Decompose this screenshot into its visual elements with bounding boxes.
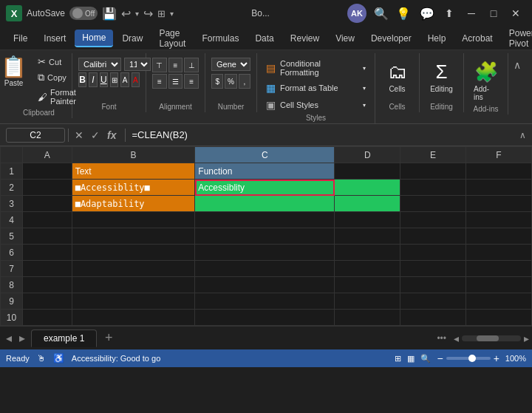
- cell-e10[interactable]: [400, 310, 466, 326]
- close-button[interactable]: ✕: [505, 3, 526, 24]
- cell-a7[interactable]: [23, 261, 72, 277]
- cell-b1[interactable]: Text: [72, 163, 195, 180]
- align-left-button[interactable]: ≡: [152, 74, 167, 89]
- bold-button[interactable]: B: [78, 72, 86, 87]
- col-header-e[interactable]: E: [400, 147, 466, 163]
- cell-f2[interactable]: [466, 180, 532, 196]
- layout-view-icon[interactable]: ▦: [407, 354, 415, 363]
- cell-d1[interactable]: [335, 163, 400, 180]
- cell-b9[interactable]: [72, 293, 195, 310]
- ribbon-collapse-button[interactable]: ∧: [508, 56, 526, 74]
- cell-c9[interactable]: [195, 293, 335, 310]
- paste-button[interactable]: 📋 Paste: [0, 55, 30, 89]
- formula-fx-icon[interactable]: fx: [104, 128, 119, 143]
- cell-c5[interactable]: [195, 228, 335, 245]
- cell-b3[interactable]: ■Adaptability: [72, 196, 195, 212]
- col-header-f[interactable]: F: [466, 147, 532, 163]
- menu-help[interactable]: Help: [420, 30, 454, 47]
- grid-view-icon[interactable]: ⊞: [395, 354, 401, 363]
- comments-icon[interactable]: 💬: [417, 3, 437, 24]
- underline-button[interactable]: U: [100, 72, 108, 87]
- cell-d9[interactable]: [335, 293, 400, 310]
- menu-data[interactable]: Data: [248, 30, 281, 47]
- cell-e1[interactable]: [400, 163, 466, 180]
- col-header-a[interactable]: A: [23, 147, 72, 163]
- menu-insert[interactable]: Insert: [36, 30, 73, 47]
- redo-icon[interactable]: ↪: [143, 7, 153, 21]
- align-center-button[interactable]: ☰: [168, 74, 183, 89]
- menu-draw[interactable]: Draw: [115, 30, 150, 47]
- undo-dropdown-icon[interactable]: ▾: [135, 10, 139, 18]
- format-as-table-button[interactable]: ▦ Format as Table ▾: [263, 81, 369, 95]
- cell-e2[interactable]: [400, 180, 466, 196]
- scroll-right-icon[interactable]: ▸: [524, 332, 529, 344]
- formula-expand-icon[interactable]: ∧: [519, 130, 526, 140]
- cell-f8[interactable]: [466, 277, 532, 293]
- maximize-button[interactable]: □: [483, 3, 504, 24]
- comma-button[interactable]: ,: [239, 74, 250, 89]
- cell-a8[interactable]: [23, 277, 72, 293]
- cell-e7[interactable]: [400, 261, 466, 277]
- menu-file[interactable]: File: [6, 30, 35, 47]
- cell-b10[interactable]: [72, 310, 195, 326]
- cell-f5[interactable]: [466, 228, 532, 245]
- scroll-left-icon[interactable]: ◂: [454, 332, 459, 344]
- cell-e9[interactable]: [400, 293, 466, 310]
- zoom-out-icon[interactable]: −: [437, 352, 443, 364]
- cell-reference-input[interactable]: [6, 128, 65, 143]
- menu-review[interactable]: Review: [283, 30, 327, 47]
- cell-f4[interactable]: [466, 212, 532, 228]
- more-quick-access[interactable]: ▾: [170, 10, 174, 18]
- menu-developer[interactable]: Developer: [364, 30, 419, 47]
- cell-a3[interactable]: [23, 196, 72, 212]
- cell-a9[interactable]: [23, 293, 72, 310]
- cells-button[interactable]: 🗂 Cells: [382, 55, 413, 96]
- cell-b7[interactable]: [72, 261, 195, 277]
- align-bottom-button[interactable]: ⊥: [184, 58, 199, 72]
- cell-f6[interactable]: [466, 245, 532, 261]
- addins-button[interactable]: 🧩 Add-ins: [470, 55, 502, 103]
- user-avatar[interactable]: AK: [347, 4, 366, 23]
- save-icon[interactable]: 💾: [102, 7, 117, 21]
- zoom-in-icon[interactable]: +: [494, 352, 499, 364]
- cell-a1[interactable]: [23, 163, 72, 180]
- cell-e8[interactable]: [400, 277, 466, 293]
- formula-input[interactable]: [132, 129, 516, 140]
- lightbulb-icon[interactable]: 💡: [396, 7, 411, 21]
- col-header-b[interactable]: B: [72, 147, 195, 163]
- cell-f3[interactable]: [466, 196, 532, 212]
- currency-button[interactable]: $: [211, 74, 223, 89]
- zoom-icon[interactable]: 🔍: [420, 354, 431, 363]
- share-icon[interactable]: ⬆: [439, 3, 460, 24]
- sheet-tab-example1[interactable]: example 1: [31, 330, 97, 347]
- search-icon[interactable]: 🔍: [374, 7, 389, 21]
- border-button[interactable]: ⊞: [110, 72, 118, 87]
- percent-button[interactable]: %: [225, 74, 236, 89]
- italic-button[interactable]: I: [89, 72, 97, 87]
- cell-a4[interactable]: [23, 212, 72, 228]
- cell-c3[interactable]: [195, 196, 335, 212]
- cell-c1[interactable]: Function: [195, 163, 335, 180]
- col-header-c[interactable]: C: [195, 147, 335, 163]
- minimize-button[interactable]: ─: [461, 3, 482, 24]
- cell-f9[interactable]: [466, 293, 532, 310]
- formula-confirm-icon[interactable]: ✓: [88, 128, 103, 143]
- editing-button[interactable]: Σ Editing: [426, 55, 457, 95]
- cell-c7[interactable]: [195, 261, 335, 277]
- cell-e6[interactable]: [400, 245, 466, 261]
- formula-cancel-icon[interactable]: ✕: [72, 128, 86, 143]
- cell-d2[interactable]: [335, 180, 400, 196]
- font-family-select[interactable]: Calibri: [78, 58, 121, 71]
- col-header-d[interactable]: D: [335, 147, 400, 163]
- cell-f1[interactable]: [466, 163, 532, 180]
- quick-access-icon[interactable]: ⊞: [157, 8, 166, 19]
- cell-b5[interactable]: [72, 228, 195, 245]
- tab-next-icon[interactable]: ▸: [16, 330, 28, 347]
- cell-a5[interactable]: [23, 228, 72, 245]
- horizontal-scrollbar[interactable]: [462, 335, 521, 341]
- cell-e3[interactable]: [400, 196, 466, 212]
- cell-a10[interactable]: [23, 310, 72, 326]
- align-middle-button[interactable]: ≡: [168, 58, 183, 72]
- menu-page-layout[interactable]: Page Layout: [151, 25, 193, 52]
- cell-c8[interactable]: [195, 277, 335, 293]
